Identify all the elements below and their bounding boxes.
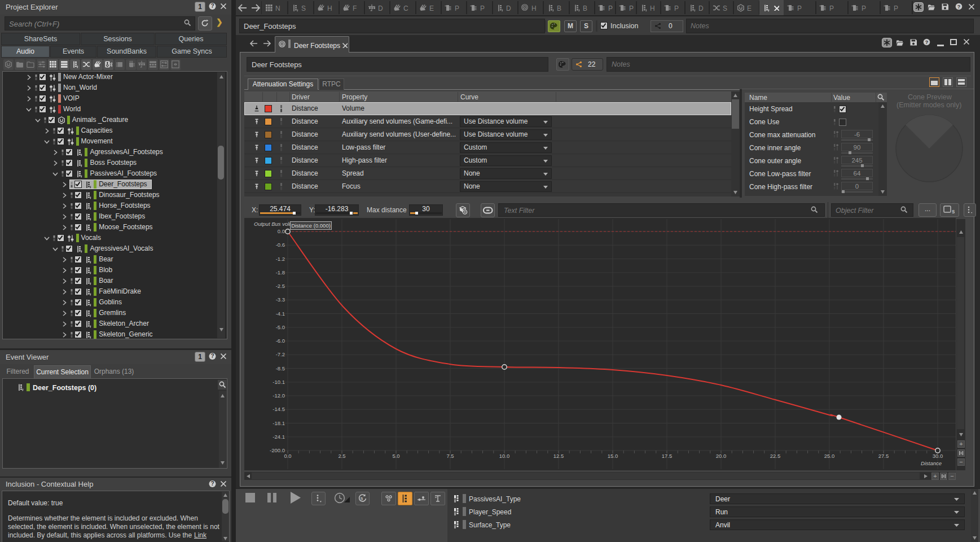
svg-text:-4.1: -4.1 xyxy=(276,311,285,317)
svg-text:-12.0: -12.0 xyxy=(273,392,285,399)
svg-text:30.0: 30.0 xyxy=(933,453,943,459)
svg-text:?: ? xyxy=(210,3,214,9)
svg-text:-14.5: -14.5 xyxy=(273,406,285,412)
svg-text:15.0: 15.0 xyxy=(608,453,618,459)
svg-text:-7.2: -7.2 xyxy=(276,351,285,357)
svg-text:-1.2: -1.2 xyxy=(276,256,285,262)
svg-text:17.5: 17.5 xyxy=(662,453,673,459)
svg-text:-200.0: -200.0 xyxy=(270,447,285,453)
svg-text:-8.5: -8.5 xyxy=(276,365,285,371)
svg-text:?: ? xyxy=(957,4,961,10)
svg-text:22.5: 22.5 xyxy=(770,453,781,459)
svg-text:-3.3: -3.3 xyxy=(276,296,285,303)
svg-text:0.0: 0.0 xyxy=(278,228,285,234)
svg-text:-6.0: -6.0 xyxy=(276,338,285,344)
svg-text:25.0: 25.0 xyxy=(824,453,835,459)
svg-text:27.5: 27.5 xyxy=(878,453,889,459)
svg-text:-10.1: -10.1 xyxy=(273,379,285,385)
svg-text:-5.0: -5.0 xyxy=(276,324,285,330)
svg-text:7.5: 7.5 xyxy=(446,453,454,459)
svg-text:10.0: 10.0 xyxy=(499,453,510,459)
svg-text:12.5: 12.5 xyxy=(553,453,564,459)
svg-text:0.0: 0.0 xyxy=(284,453,291,459)
svg-text:-2.5: -2.5 xyxy=(276,283,285,289)
svg-text:?: ? xyxy=(210,480,214,487)
svg-text:-24.1: -24.1 xyxy=(273,434,285,440)
svg-text:?: ? xyxy=(210,353,214,359)
svg-text:Distance: Distance xyxy=(921,460,942,466)
svg-text:5.0: 5.0 xyxy=(392,453,399,459)
svg-text:5: 5 xyxy=(361,496,363,501)
svg-text:-18.1: -18.1 xyxy=(273,420,285,426)
svg-text:-0.6: -0.6 xyxy=(276,242,285,248)
svg-text:?: ? xyxy=(925,40,929,45)
svg-text:s: s xyxy=(952,208,955,215)
svg-text:2.5: 2.5 xyxy=(338,453,345,459)
svg-text:-1.8: -1.8 xyxy=(276,269,285,276)
svg-text:20.0: 20.0 xyxy=(716,453,727,459)
